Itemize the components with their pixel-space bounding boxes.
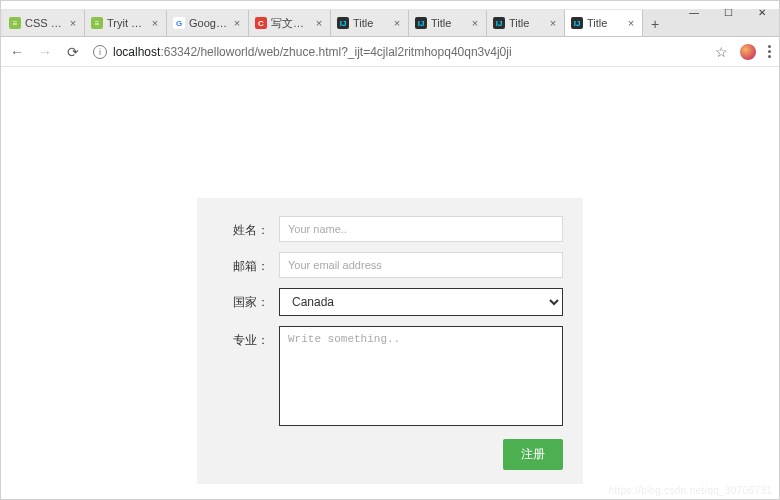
form-row-country: 国家： Canada <box>217 288 563 316</box>
browser-tab[interactable]: IJTitle× <box>565 10 643 36</box>
major-label: 专业： <box>217 326 269 349</box>
registration-form: 姓名： 邮箱： 国家： Canada 专业： 注册 <box>197 198 583 484</box>
browser-tab[interactable]: IJTitle× <box>331 10 409 36</box>
nav-back-button[interactable]: ← <box>9 44 25 60</box>
email-label: 邮箱： <box>217 252 269 275</box>
profile-avatar[interactable] <box>740 44 756 60</box>
browser-tab[interactable]: ≡CSS Forms× <box>3 10 85 36</box>
tab-close-icon[interactable]: × <box>548 17 558 29</box>
tab-close-icon[interactable]: × <box>68 17 78 29</box>
browser-tab[interactable]: IJTitle× <box>409 10 487 36</box>
nav-forward-button[interactable]: → <box>37 44 53 60</box>
tab-close-icon[interactable]: × <box>392 17 402 29</box>
form-row-email: 邮箱： <box>217 252 563 278</box>
address-bar[interactable]: i localhost:63342/helloworld/web/zhuce.h… <box>93 45 703 59</box>
site-info-icon[interactable]: i <box>93 45 107 59</box>
email-input[interactable] <box>279 252 563 278</box>
browser-tab[interactable]: GGoogle 翻译× <box>167 10 249 36</box>
browser-toolbar: ← → ⟳ i localhost:63342/helloworld/web/z… <box>1 37 779 67</box>
tab-title: Google 翻译 <box>189 16 228 31</box>
browser-tabstrip: ≡CSS Forms×≡Tryit Editor v×GGoogle 翻译×C写… <box>1 9 779 37</box>
url-host: localhost <box>113 45 160 59</box>
tab-favicon: IJ <box>493 17 505 29</box>
country-select[interactable]: Canada <box>279 288 563 316</box>
tab-favicon: G <box>173 17 185 29</box>
page-viewport: 姓名： 邮箱： 国家： Canada 专业： 注册 https://blog.c… <box>2 68 778 498</box>
tab-title: Title <box>353 17 388 29</box>
tab-close-icon[interactable]: × <box>314 17 324 29</box>
submit-button[interactable]: 注册 <box>503 439 563 470</box>
tab-title: Tryit Editor v <box>107 17 146 29</box>
tab-close-icon[interactable]: × <box>626 17 636 29</box>
name-input[interactable] <box>279 216 563 242</box>
tab-favicon: IJ <box>571 17 583 29</box>
tab-favicon: ≡ <box>91 17 103 29</box>
tab-close-icon[interactable]: × <box>232 17 242 29</box>
url-path: :63342/helloworld/web/zhuce.html?_ijt=4c… <box>160 45 511 59</box>
browser-menu-icon[interactable] <box>768 45 771 58</box>
form-actions: 注册 <box>217 439 563 470</box>
tab-title: Title <box>587 17 622 29</box>
form-row-major: 专业： <box>217 326 563 429</box>
window-titlebar <box>1 1 779 9</box>
tab-title: Title <box>431 17 466 29</box>
country-label: 国家： <box>217 288 269 311</box>
tab-title: Title <box>509 17 544 29</box>
tab-title: 写文章-CSDN <box>271 16 310 31</box>
tab-favicon: IJ <box>337 17 349 29</box>
tab-close-icon[interactable]: × <box>470 17 480 29</box>
browser-tab[interactable]: C写文章-CSDN× <box>249 10 331 36</box>
tab-favicon: ≡ <box>9 17 21 29</box>
tab-title: CSS Forms <box>25 17 64 29</box>
form-row-name: 姓名： <box>217 216 563 242</box>
new-tab-button[interactable]: + <box>643 12 667 36</box>
bookmark-star-icon[interactable]: ☆ <box>715 44 728 60</box>
watermark-text: https://blog.csdn.net/qq_30706731 <box>609 485 772 496</box>
browser-tab[interactable]: ≡Tryit Editor v× <box>85 10 167 36</box>
name-label: 姓名： <box>217 216 269 239</box>
tab-favicon: C <box>255 17 267 29</box>
tab-favicon: IJ <box>415 17 427 29</box>
major-textarea[interactable] <box>279 326 563 426</box>
tab-close-icon[interactable]: × <box>150 17 160 29</box>
url-text: localhost:63342/helloworld/web/zhuce.htm… <box>113 45 512 59</box>
browser-tab[interactable]: IJTitle× <box>487 10 565 36</box>
nav-reload-button[interactable]: ⟳ <box>65 44 81 60</box>
